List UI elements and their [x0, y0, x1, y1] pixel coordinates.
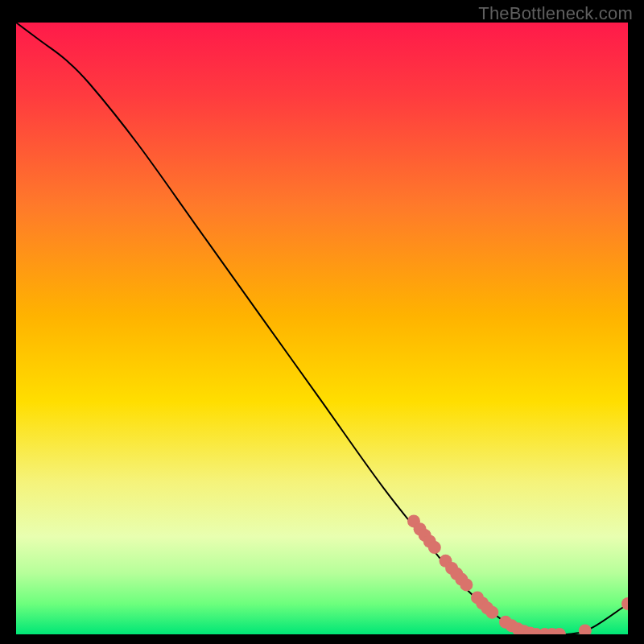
- chart-frame: TheBottleneck.com: [0, 0, 644, 644]
- gradient-background: [16, 23, 628, 634]
- highlight-dot: [485, 606, 498, 619]
- highlight-dot: [460, 578, 473, 591]
- highlight-dot: [428, 541, 441, 554]
- watermark-text: TheBottleneck.com: [478, 3, 633, 24]
- chart-svg: [16, 23, 628, 634]
- chart-plot-area: [16, 23, 628, 634]
